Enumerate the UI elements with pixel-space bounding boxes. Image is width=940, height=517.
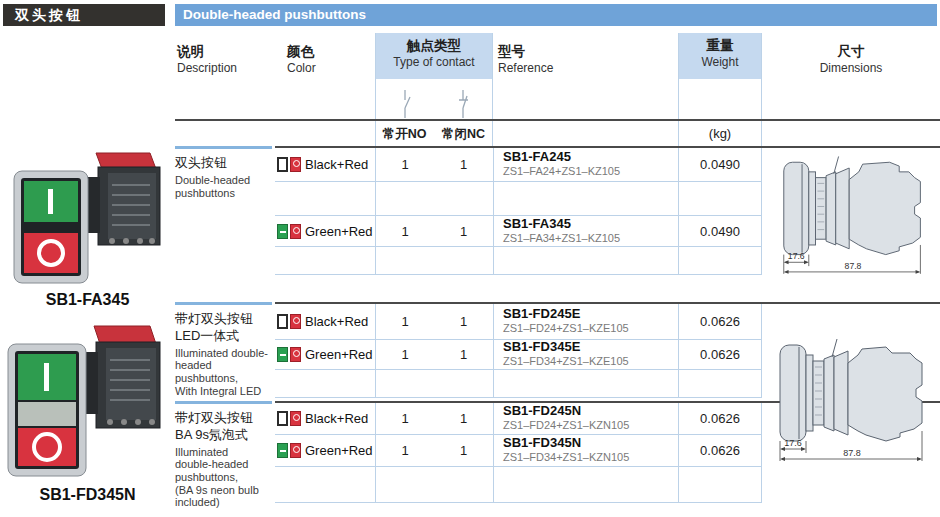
nc-count: 1 bbox=[434, 340, 493, 369]
weight-value: 0.0626 bbox=[678, 435, 762, 466]
group-description: 带灯双头按钮 LED一体式 Illuminated double- headed… bbox=[175, 302, 272, 398]
weight-value: 0.0490 bbox=[678, 148, 762, 181]
green-swatch bbox=[277, 347, 288, 362]
dim-value-width: 17.6 bbox=[784, 438, 802, 448]
no-count: 1 bbox=[375, 216, 434, 246]
green-red-swatch-icon bbox=[277, 224, 301, 239]
table-row: Green+Red 1 1 SB1-FD345E ZS1–FD34+ZS1–KZ… bbox=[275, 340, 762, 370]
reference-code: SB1-FD345E bbox=[503, 340, 580, 355]
reference-code: SB1-FD345N bbox=[503, 436, 581, 451]
color-label: Black+Red bbox=[305, 157, 368, 172]
dim-value-width: 17.6 bbox=[788, 251, 805, 261]
reference-code: SB1-FA345 bbox=[503, 217, 571, 232]
weight-value: 0.0490 bbox=[678, 216, 762, 246]
no-count: 1 bbox=[375, 403, 434, 434]
black-red-swatch-icon bbox=[277, 314, 301, 329]
product-photo-sb1-fd345n bbox=[4, 314, 166, 486]
black-swatch bbox=[277, 411, 288, 426]
color-label: Green+Red bbox=[305, 443, 373, 458]
spacer-row bbox=[275, 370, 762, 398]
green-swatch bbox=[277, 224, 288, 239]
nc-count: 1 bbox=[434, 304, 493, 339]
no-count: 1 bbox=[375, 435, 434, 466]
header-divider bbox=[175, 119, 940, 121]
reference-code: SB1-FA245 bbox=[503, 150, 571, 165]
weight-value: 0.0626 bbox=[678, 304, 762, 339]
reference-composition: ZS1–FA24+ZS1–KZ105 bbox=[503, 165, 620, 178]
col-header-description: 说明 Description bbox=[177, 44, 237, 75]
no-count: 1 bbox=[375, 304, 434, 339]
red-swatch bbox=[290, 314, 301, 329]
table-row: Green+Red 1 1 SB1-FA345 ZS1–FA34+ZS1–KZ1… bbox=[275, 216, 762, 247]
product-label: SB1-FD345N bbox=[0, 486, 175, 504]
no-count: 1 bbox=[375, 148, 434, 181]
green-swatch bbox=[277, 443, 288, 458]
black-red-swatch-icon bbox=[277, 411, 301, 426]
reference-composition: ZS1–FD34+ZS1–KZN105 bbox=[503, 451, 629, 464]
table-row: Black+Red 1 1 SB1-FD245N ZS1–FD24+ZS1–KZ… bbox=[275, 403, 762, 435]
group-description: 带灯双头按钮 BA 9s氖泡式 Illuminated double-heade… bbox=[175, 401, 272, 503]
color-label: Black+Red bbox=[305, 411, 368, 426]
green-red-swatch-icon bbox=[277, 443, 301, 458]
catalog-page: 双头按钮 Double-headed pushbuttons SB1-FA345 bbox=[0, 0, 940, 517]
color-label: Green+Red bbox=[305, 224, 373, 239]
black-swatch bbox=[277, 314, 288, 329]
col-header-reference: 型号 Reference bbox=[498, 44, 553, 75]
col-header-dimensions: 尺寸 Dimensions bbox=[762, 44, 940, 75]
page-title-cn: 双头按钮 bbox=[3, 4, 165, 26]
dim-value-length: 87.8 bbox=[845, 261, 862, 271]
red-swatch bbox=[290, 347, 301, 362]
nc-count: 1 bbox=[434, 216, 493, 246]
dimension-drawing-2: 17.6 87.8 bbox=[774, 334, 932, 478]
red-swatch bbox=[290, 443, 301, 458]
reference-code: SB1-FD245N bbox=[503, 404, 581, 419]
no-contact-icon bbox=[397, 89, 413, 123]
product-label: SB1-FA345 bbox=[0, 291, 175, 309]
black-swatch bbox=[277, 157, 288, 172]
reference-composition: ZS1–FA34+ZS1–KZ105 bbox=[503, 232, 620, 245]
dimensions-divider bbox=[762, 146, 940, 148]
product-photo-sb1-fa345 bbox=[10, 143, 168, 293]
reference-code: SB1-FD245E bbox=[503, 307, 580, 322]
nc-count: 1 bbox=[434, 403, 493, 434]
red-swatch bbox=[290, 224, 301, 239]
reference-composition: ZS1–FD24+ZS1–KZE105 bbox=[503, 322, 629, 335]
nc-count: 1 bbox=[434, 435, 493, 466]
group-description: 双头按钮 Double-headed pushbuttons bbox=[175, 146, 272, 277]
color-label: Green+Red bbox=[305, 347, 373, 362]
black-red-swatch-icon bbox=[277, 157, 301, 172]
nc-column-label: 常闭NC bbox=[434, 126, 493, 143]
color-label: Black+Red bbox=[305, 314, 368, 329]
red-swatch bbox=[290, 157, 301, 172]
no-column-label: 常开NO bbox=[375, 126, 434, 143]
col-header-color: 颜色 Color bbox=[287, 44, 316, 75]
dim-value-length: 87.8 bbox=[843, 448, 861, 458]
green-red-swatch-icon bbox=[277, 347, 301, 362]
table-row: Black+Red 1 1 SB1-FA245 ZS1–FA24+ZS1–KZ1… bbox=[275, 148, 762, 182]
spacer-row bbox=[275, 247, 762, 275]
dimensions-divider bbox=[762, 302, 940, 304]
weight-unit-label: (kg) bbox=[678, 126, 762, 141]
spacer-row bbox=[275, 467, 762, 503]
table-row: Black+Red 1 1 SB1-FD245E ZS1–FD24+ZS1–KZ… bbox=[275, 304, 762, 340]
dimension-drawing-1: 17.6 87.8 bbox=[778, 152, 930, 290]
nc-contact-icon bbox=[455, 89, 471, 123]
spacer-row bbox=[275, 182, 762, 216]
table-row: Green+Red 1 1 SB1-FD345N ZS1–FD34+ZS1–KZ… bbox=[275, 435, 762, 467]
nc-count: 1 bbox=[434, 148, 493, 181]
weight-value: 0.0626 bbox=[678, 340, 762, 369]
weight-value: 0.0626 bbox=[678, 403, 762, 434]
reference-composition: ZS1–FD24+ZS1–KZN105 bbox=[503, 419, 629, 432]
red-swatch bbox=[290, 411, 301, 426]
no-count: 1 bbox=[375, 340, 434, 369]
reference-composition: ZS1–FD34+ZS1–KZE105 bbox=[503, 355, 629, 368]
